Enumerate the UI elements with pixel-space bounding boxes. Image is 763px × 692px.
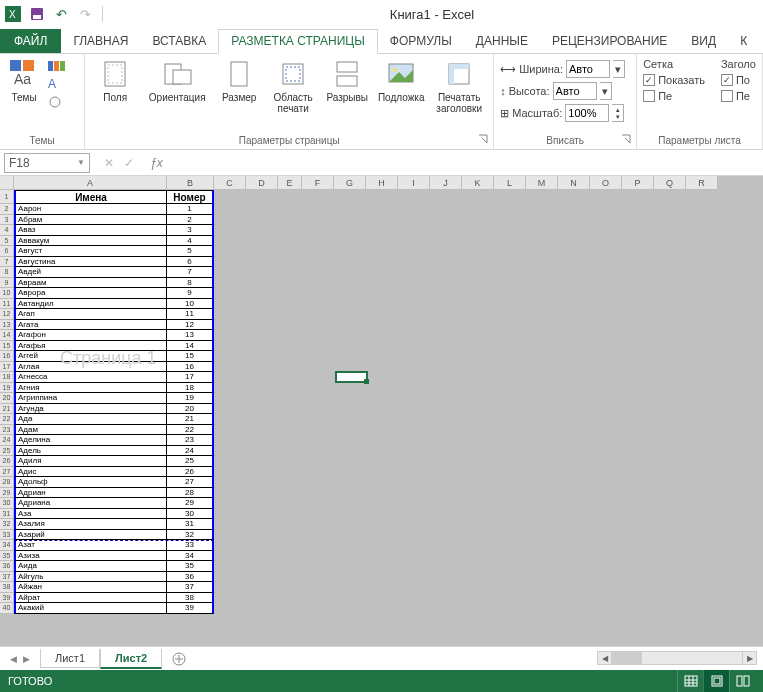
row-header[interactable]: 23 [0, 425, 14, 436]
show-grid-checkbox[interactable]: ✓ [643, 74, 655, 86]
size-button[interactable]: Размер [215, 56, 263, 103]
column-header[interactable]: I [398, 176, 430, 190]
add-sheet-button[interactable] [162, 649, 196, 669]
cell[interactable]: Адис [14, 467, 167, 478]
cell[interactable]: 21 [167, 414, 214, 425]
row-header[interactable]: 21 [0, 404, 14, 415]
page-setup-launcher-icon[interactable] [477, 133, 491, 147]
cell[interactable]: Азат [14, 540, 167, 551]
colors-icon[interactable] [48, 59, 66, 73]
column-header[interactable]: Q [654, 176, 686, 190]
header-cell-names[interactable]: Имена [14, 190, 167, 204]
sheet-nav-prev-icon[interactable]: ◀ [8, 652, 19, 666]
cell[interactable]: Айрат [14, 593, 167, 604]
page-layout-view-icon[interactable] [703, 670, 729, 692]
cell[interactable]: 3 [167, 225, 214, 236]
margins-button[interactable]: Поля [91, 56, 139, 103]
cell[interactable]: Авраам [14, 278, 167, 289]
cell[interactable]: Августина [14, 257, 167, 268]
select-all-corner[interactable] [0, 176, 14, 190]
fonts-icon[interactable]: A [48, 77, 66, 91]
cell[interactable]: Аввакум [14, 236, 167, 247]
header-cell-number[interactable]: Номер [167, 190, 214, 204]
column-header[interactable]: J [430, 176, 462, 190]
show-headings-checkbox[interactable]: ✓ [721, 74, 733, 86]
print-grid-checkbox[interactable] [643, 90, 655, 102]
column-header[interactable]: K [462, 176, 494, 190]
cell[interactable]: 33 [167, 540, 214, 551]
sheet-nav-next-icon[interactable]: ▶ [21, 652, 32, 666]
cell[interactable]: 30 [167, 509, 214, 520]
cell[interactable]: Аделина [14, 435, 167, 446]
row-header[interactable]: 28 [0, 477, 14, 488]
scroll-thumb[interactable] [612, 652, 642, 664]
cell[interactable]: Авдей [14, 267, 167, 278]
cell[interactable]: 4 [167, 236, 214, 247]
print-area-button[interactable]: Область печати [269, 56, 317, 114]
chevron-down-icon[interactable]: ▼ [77, 158, 85, 167]
row-header[interactable]: 35 [0, 551, 14, 562]
cell[interactable]: 7 [167, 267, 214, 278]
row-header[interactable]: 13 [0, 320, 14, 331]
column-header[interactable]: G [334, 176, 366, 190]
row-header[interactable]: 22 [0, 414, 14, 425]
column-header[interactable]: L [494, 176, 526, 190]
cell[interactable]: Азарий [14, 530, 167, 541]
cell[interactable]: 19 [167, 393, 214, 404]
cell[interactable]: 9 [167, 288, 214, 299]
scale-launcher-icon[interactable] [620, 133, 634, 147]
height-select[interactable] [553, 82, 597, 100]
cell[interactable]: Аврора [14, 288, 167, 299]
worksheet[interactable]: ABCDEFGHIJKLMNOPQR 123456789101112131415… [0, 176, 763, 646]
row-header[interactable]: 25 [0, 446, 14, 457]
tab-file[interactable]: ФАЙЛ [0, 29, 61, 53]
background-button[interactable]: Подложка [377, 56, 425, 103]
column-header[interactable]: O [590, 176, 622, 190]
cell[interactable]: 18 [167, 383, 214, 394]
scale-spinner[interactable] [565, 104, 609, 122]
cell[interactable]: 24 [167, 446, 214, 457]
tab-view[interactable]: ВИД [679, 30, 728, 53]
column-header[interactable]: D [246, 176, 278, 190]
cell[interactable]: 1 [167, 204, 214, 215]
row-header[interactable]: 1 [0, 190, 14, 204]
undo-icon[interactable]: ↶ [52, 5, 70, 23]
cell[interactable]: 14 [167, 341, 214, 352]
cell[interactable]: Агния [14, 383, 167, 394]
cell[interactable]: Азалия [14, 519, 167, 530]
cell[interactable]: 34 [167, 551, 214, 562]
cell[interactable]: 32 [167, 530, 214, 541]
chevron-down-icon[interactable]: ▾ [600, 82, 612, 100]
row-header[interactable]: 29 [0, 488, 14, 499]
active-cell[interactable] [335, 371, 368, 383]
cell[interactable]: 25 [167, 456, 214, 467]
breaks-button[interactable]: Разрывы [323, 56, 371, 103]
row-header[interactable]: 32 [0, 519, 14, 530]
row-header[interactable]: 39 [0, 593, 14, 604]
row-header[interactable]: 37 [0, 572, 14, 583]
sheet-tab-1[interactable]: Лист1 [40, 649, 100, 668]
cell[interactable]: Агата [14, 320, 167, 331]
row-header[interactable]: 34 [0, 540, 14, 551]
scroll-left-icon[interactable]: ◀ [598, 652, 612, 664]
save-icon[interactable] [28, 5, 46, 23]
row-header[interactable]: 11 [0, 299, 14, 310]
cell[interactable]: Аваз [14, 225, 167, 236]
row-header[interactable]: 38 [0, 582, 14, 593]
cell[interactable]: 2 [167, 215, 214, 226]
print-headings-checkbox[interactable] [721, 90, 733, 102]
cell[interactable]: Август [14, 246, 167, 257]
cell[interactable]: Аарон [14, 204, 167, 215]
row-header[interactable]: 5 [0, 236, 14, 247]
cell[interactable]: Аза [14, 509, 167, 520]
cell[interactable]: 28 [167, 488, 214, 499]
row-header[interactable]: 17 [0, 362, 14, 373]
cell[interactable]: Агунда [14, 404, 167, 415]
cell[interactable]: Айжан [14, 582, 167, 593]
cell[interactable]: 15 [167, 351, 214, 362]
horizontal-scrollbar[interactable]: ◀ ▶ [597, 651, 757, 665]
name-box[interactable]: F18▼ [4, 153, 90, 173]
cell[interactable]: 11 [167, 309, 214, 320]
cell[interactable]: Аида [14, 561, 167, 572]
row-header[interactable]: 20 [0, 393, 14, 404]
